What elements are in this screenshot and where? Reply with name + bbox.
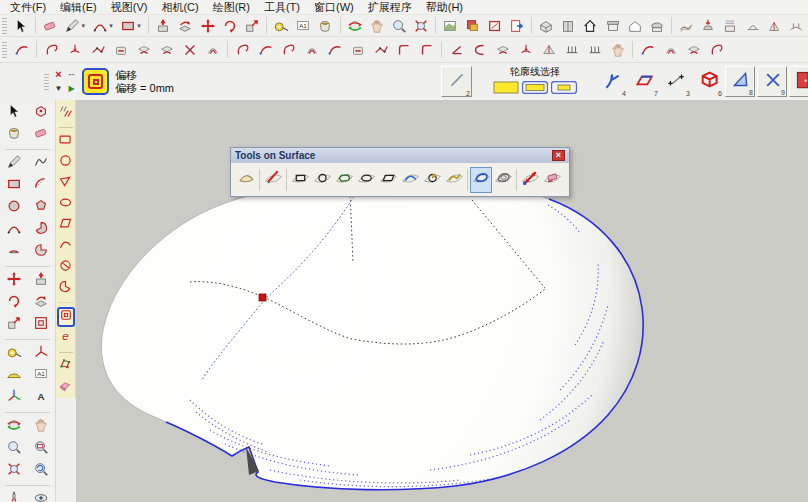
rotate-tool-button[interactable] — [219, 16, 241, 36]
offset-button[interactable] — [29, 315, 53, 335]
parallelogram-on-surface-button[interactable] — [377, 167, 399, 193]
select-button[interactable] — [2, 103, 26, 123]
dropdown-arrow-icon[interactable]: ▾ — [80, 22, 87, 30]
menu-item-view[interactable]: 视图(V) — [104, 0, 155, 14]
sandbox-from-contours-button[interactable] — [675, 16, 697, 36]
grab-surface-tool-button[interactable] — [606, 40, 629, 60]
arc-2pt-button[interactable] — [2, 220, 26, 240]
leaf-surface-tool-button[interactable] — [659, 40, 682, 60]
select-tool-button[interactable] — [10, 16, 32, 36]
zoom-extents-tool-button[interactable] — [410, 16, 432, 36]
parallelogram-on-surface-button[interactable] — [57, 216, 75, 235]
line-on-face-button[interactable]: 2 — [442, 66, 471, 97]
tools-on-surface-window[interactable]: Tools on Surface × — [230, 147, 570, 197]
move-tool-button[interactable] — [196, 16, 218, 36]
circle-on-surface-button[interactable] — [57, 153, 75, 172]
surface-dome-button[interactable] — [235, 167, 257, 193]
text-3d-button[interactable]: A — [29, 388, 53, 408]
position-camera-button[interactable] — [2, 490, 26, 502]
tools-on-surface-titlebar[interactable]: Tools on Surface × — [231, 148, 569, 163]
arc-chord-button[interactable] — [2, 242, 26, 262]
face-select-button[interactable]: 8 — [725, 66, 755, 97]
stamp-face-tool-button[interactable] — [491, 40, 514, 60]
follow-me-button[interactable] — [29, 293, 53, 313]
dropdown-arrow-icon[interactable]: ▾ — [136, 22, 143, 30]
menu-item-help[interactable]: 帮助(H) — [419, 0, 470, 14]
scenes-tool-button[interactable] — [484, 16, 506, 36]
rectangle-button[interactable] — [2, 176, 26, 196]
hook-curve-tool-button[interactable] — [277, 40, 300, 60]
view-roof-button[interactable] — [646, 16, 668, 36]
push-pull-button[interactable] — [29, 271, 53, 291]
menu-item-camera[interactable]: 相机(C) — [154, 0, 205, 14]
toolbar-grip[interactable] — [2, 42, 7, 58]
eraser-button[interactable] — [29, 125, 53, 145]
dimension-button[interactable]: A1 — [29, 366, 53, 386]
menu-item-window[interactable]: 窗口(W) — [307, 0, 361, 14]
fence-divide-2-tool-button[interactable] — [583, 40, 606, 60]
corner-round-tool-button[interactable] — [392, 40, 415, 60]
axes-colored-button[interactable] — [2, 388, 26, 408]
sandbox-add-detail-button[interactable] — [786, 16, 808, 36]
rectangle-tool-button[interactable]: ▾ — [117, 16, 145, 36]
box-paint-tool-button[interactable] — [155, 40, 178, 60]
run-control[interactable]: ▶ — [68, 84, 74, 94]
blob-surface-tool-button[interactable] — [231, 40, 254, 60]
brush-tool-button[interactable] — [323, 40, 346, 60]
close-icon[interactable]: × — [552, 150, 565, 161]
flip-fold-tool-button[interactable] — [705, 40, 728, 60]
offset-on-surface-button[interactable] — [470, 167, 492, 193]
bell-surface-tool-button[interactable] — [201, 40, 224, 60]
pencil-on-surface-button[interactable] — [262, 167, 284, 193]
freehand-on-surface-button[interactable] — [443, 167, 465, 193]
view-back-button[interactable] — [557, 16, 579, 36]
orbit-button[interactable] — [2, 417, 26, 437]
line-on-face-button[interactable]: 2 — [441, 66, 472, 97]
parallel-lines-button[interactable] — [57, 104, 75, 123]
profile-small-icon[interactable] — [551, 80, 577, 98]
line-2pt-button[interactable]: 3 — [661, 66, 691, 97]
view-front-button[interactable] — [624, 16, 646, 36]
corner-round-2-tool-button[interactable] — [415, 40, 438, 60]
s-curve-tool-button[interactable] — [636, 40, 659, 60]
measure-on-surface-button[interactable] — [519, 167, 541, 193]
cross-cut-tool-button[interactable] — [178, 40, 201, 60]
pie-button[interactable] — [29, 220, 53, 240]
eraser-on-surface-button[interactable] — [541, 167, 563, 193]
polygon-on-surface-button[interactable] — [57, 174, 75, 193]
ellipse-on-surface-button[interactable] — [355, 167, 377, 193]
paint-bucket-tool-button[interactable] — [314, 16, 336, 36]
circle-button[interactable] — [2, 198, 26, 218]
circle-on-surface-button[interactable] — [311, 167, 333, 193]
dimension-tool-button[interactable]: A1 — [292, 16, 314, 36]
dropdown-arrow-icon[interactable]: ▾ — [108, 22, 115, 30]
line-tool-button[interactable]: ▾ — [61, 16, 89, 36]
scale-tool-button[interactable] — [241, 16, 263, 36]
rectangle-on-surface-button[interactable] — [57, 132, 75, 151]
axes-button[interactable] — [29, 344, 53, 364]
look-around-button[interactable] — [29, 490, 53, 502]
arc-center-tool-button[interactable] — [63, 40, 86, 60]
wedge-tool-button[interactable] — [537, 40, 560, 60]
styles-tool-button[interactable] — [439, 16, 461, 36]
offset-roll-on-surface-button[interactable] — [492, 167, 514, 193]
arc-on-surface-button[interactable] — [57, 237, 75, 256]
sandbox-drape-button[interactable] — [719, 16, 741, 36]
circle-chord-on-surface-button[interactable] — [57, 258, 75, 277]
arc-tool-button[interactable]: ▾ — [89, 16, 117, 36]
view-home-button[interactable] — [579, 16, 601, 36]
offset-on-surface-button[interactable] — [57, 307, 75, 327]
tape-measure-tool-button[interactable] — [270, 16, 292, 36]
polygon-vertices-button[interactable] — [57, 357, 75, 376]
zoom-extents-button[interactable] — [2, 461, 26, 481]
move-button[interactable] — [2, 271, 26, 291]
eraser-tool-button[interactable] — [39, 16, 61, 36]
sandbox-stamp-button[interactable] — [697, 16, 719, 36]
push-pull-tool-button[interactable] — [152, 16, 174, 36]
export-tool-button[interactable] — [506, 16, 528, 36]
view-iso-button[interactable] — [535, 16, 557, 36]
rotate-button[interactable] — [2, 293, 26, 313]
polyline-segment-tool-button[interactable] — [86, 40, 109, 60]
polygon-button[interactable] — [29, 198, 53, 218]
smart-offset-button[interactable]: 4 — [597, 66, 627, 97]
